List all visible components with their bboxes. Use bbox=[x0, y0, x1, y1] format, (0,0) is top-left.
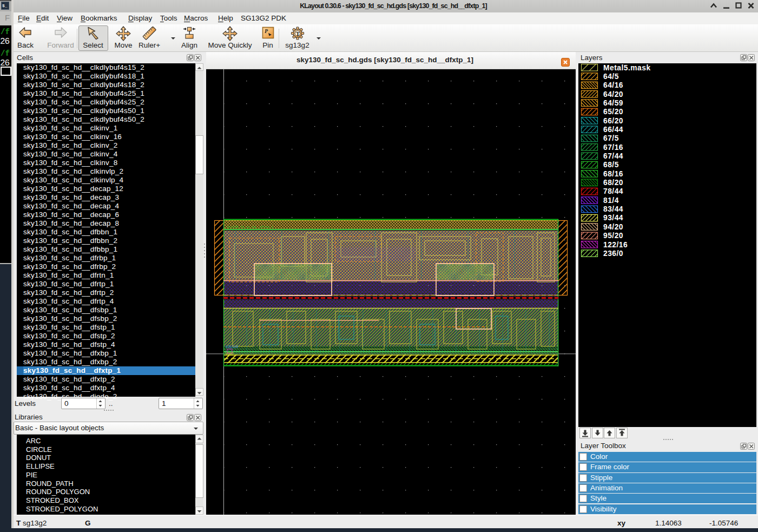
svg-text:67/44: 67/44 bbox=[603, 152, 623, 160]
svg-text:66/44: 66/44 bbox=[603, 126, 623, 134]
svg-text:93/44: 93/44 bbox=[603, 214, 623, 222]
svg-text:95/20: 95/20 bbox=[603, 232, 623, 240]
svg-text:Metal5.mask: Metal5.mask bbox=[603, 64, 651, 72]
svg-text:83/44: 83/44 bbox=[603, 205, 623, 213]
svg-text:sky130_fd_sc_hd__dfxtp_1: sky130_fd_sc_hd__dfxtp_1 bbox=[227, 225, 274, 229]
svg-text:66/20: 66/20 bbox=[603, 117, 623, 125]
svg-text:P: P bbox=[265, 28, 268, 34]
svg-text:T: T bbox=[295, 30, 300, 37]
svg-text:68/16: 68/16 bbox=[603, 170, 623, 178]
svg-text:64/5: 64/5 bbox=[603, 73, 619, 81]
svg-text:s3y1i0: s3y1i0 bbox=[226, 345, 239, 349]
svg-text:67/16: 67/16 bbox=[603, 143, 623, 152]
svg-text:94/20: 94/20 bbox=[603, 223, 623, 231]
svg-text:64/16: 64/16 bbox=[603, 81, 623, 89]
svg-text:65/20: 65/20 bbox=[603, 108, 623, 116]
svg-text:236/0: 236/0 bbox=[603, 249, 623, 258]
svg-text:81/4: 81/4 bbox=[603, 196, 619, 205]
svg-text:68/5: 68/5 bbox=[603, 161, 619, 169]
svg-text:64/20: 64/20 bbox=[603, 90, 623, 98]
svg-text:68/20: 68/20 bbox=[603, 179, 623, 187]
svg-text:78/44: 78/44 bbox=[603, 187, 623, 195]
svg-text:64/59: 64/59 bbox=[603, 99, 623, 107]
svg-text:67/5: 67/5 bbox=[603, 134, 619, 142]
svg-text:122/16: 122/16 bbox=[603, 241, 628, 249]
svg-text:VGND: VGND bbox=[225, 352, 234, 356]
